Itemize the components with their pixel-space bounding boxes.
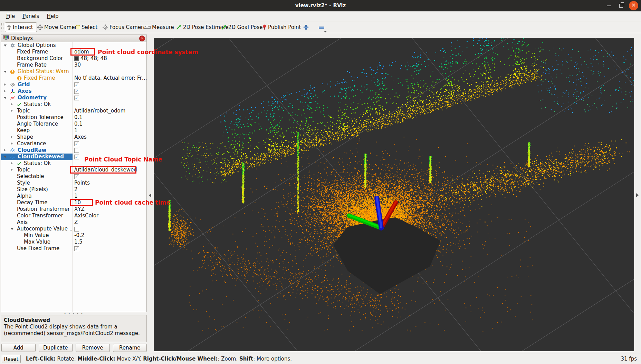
toolbar-button-2d-goal-pose[interactable]: 2D Goal Pose: [220, 22, 264, 32]
expander-icon[interactable]: [4, 45, 7, 47]
tree-row-value[interactable]: 48; 48; 48: [73, 55, 146, 62]
toolbar-button-measure[interactable]: Measure: [143, 22, 175, 32]
tree-row-value[interactable]: 2: [73, 186, 146, 193]
tree-row-value[interactable]: AxisColor: [73, 213, 146, 219]
tree-row-value[interactable]: 0.1: [73, 114, 146, 121]
tree-row-background-color[interactable]: Background Color48; 48; 48: [1, 55, 146, 62]
tree-row-value[interactable]: Z: [73, 219, 146, 226]
pointcloud-render-canvas[interactable]: [154, 38, 634, 351]
tree-row-fixed-frame[interactable]: Fixed FrameNo tf data. Actual error: Fr…: [1, 75, 146, 81]
menu-item-panels[interactable]: Panels: [21, 12, 40, 20]
checkbox-checked[interactable]: ✓: [74, 155, 79, 159]
tree-row-min-value[interactable]: Min Value-0.2: [1, 232, 146, 239]
tree-row-value[interactable]: 0.1: [73, 121, 146, 127]
minimize-button[interactable]: [604, 1, 613, 10]
toolbar-drag-handle[interactable]: [1, 23, 3, 31]
tree-row-value[interactable]: No tf data. Actual error: Fr…: [73, 75, 146, 81]
tree-row-frame-rate[interactable]: Frame Rate30: [1, 62, 146, 68]
expander-icon[interactable]: [4, 90, 6, 92]
tree-row-keep[interactable]: Keep1: [1, 127, 146, 134]
tree-row-value[interactable]: [73, 68, 146, 75]
tree-row-size-pixels-[interactable]: Size (Pixels)2: [1, 186, 146, 193]
tree-row-color-transformer[interactable]: Color TransformerAxisColor: [1, 213, 146, 219]
panel-close-button[interactable]: ✕: [139, 36, 145, 41]
tree-row-status-ok[interactable]: Status: Ok: [1, 101, 146, 108]
tree-row-topic[interactable]: Topic/utlidar/robot_odom: [1, 108, 146, 114]
checkbox-unchecked[interactable]: [74, 148, 79, 153]
tree-row-value[interactable]: [73, 226, 146, 232]
tree-row-use-fixed-frame[interactable]: Use Fixed Frame✓: [1, 245, 146, 252]
tree-row-value[interactable]: 1.5: [73, 239, 146, 245]
expander-icon[interactable]: [4, 97, 7, 99]
tree-row-global-status-warn[interactable]: Global Status: Warn: [1, 68, 146, 75]
tree-row-covariance[interactable]: Covariance✓: [1, 140, 146, 147]
expand-right-icon[interactable]: [636, 193, 639, 197]
checkbox-checked[interactable]: ✓: [74, 141, 79, 146]
maximize-button[interactable]: [616, 1, 626, 10]
toolbar-button-interact[interactable]: Interact: [5, 22, 37, 32]
tree-row-grid[interactable]: Grid✓: [1, 81, 146, 88]
toolbar-button-publish-point[interactable]: Publish Point: [261, 22, 302, 32]
tree-row-value[interactable]: 30: [73, 62, 146, 68]
rename-button[interactable]: Rename: [113, 344, 147, 352]
tree-row-odometry[interactable]: Odometry✓: [1, 95, 146, 101]
collapse-left-icon[interactable]: [149, 193, 151, 197]
tree-row-value[interactable]: ✓: [73, 140, 146, 147]
tree-row-value[interactable]: ✓: [73, 88, 146, 95]
tree-row-value[interactable]: ✓: [73, 173, 146, 180]
tree-row-max-value[interactable]: Max Value1.5: [1, 239, 146, 245]
expander-icon[interactable]: [4, 71, 7, 73]
expander-icon[interactable]: [11, 109, 13, 112]
tree-row-value[interactable]: ✓: [73, 245, 146, 252]
panel-viewport-splitter[interactable]: [147, 38, 154, 351]
tree-row-style[interactable]: StylePoints: [1, 180, 146, 186]
duplicate-button[interactable]: Duplicate: [39, 344, 73, 352]
expander-icon[interactable]: [4, 149, 6, 151]
expander-icon[interactable]: [4, 83, 6, 86]
tree-row-value[interactable]: XYZ: [73, 206, 146, 213]
tree-row-value[interactable]: -0.2: [73, 232, 146, 239]
tree-row-value[interactable]: Axes: [73, 134, 146, 140]
tree-row-cloudraw[interactable]: CloudRaw: [1, 147, 146, 154]
toolbar-button-select[interactable]: Select: [75, 22, 99, 32]
tree-row-angle-tolerance[interactable]: Angle Tolerance0.1: [1, 121, 146, 127]
tree-row-value[interactable]: ✓: [73, 81, 146, 88]
tree-row-value[interactable]: [73, 101, 146, 108]
tree-row-value[interactable]: [73, 147, 146, 154]
tree-row-axes[interactable]: Axes✓: [1, 88, 146, 95]
reset-button[interactable]: Reset: [2, 355, 21, 363]
remove-button[interactable]: Remove: [76, 344, 110, 352]
tree-row-position-tolerance[interactable]: Position Tolerance0.1: [1, 114, 146, 121]
tree-row-value[interactable]: /utlidar/robot_odom: [73, 108, 146, 114]
checkbox-unchecked[interactable]: [74, 227, 79, 232]
expander-icon[interactable]: [4, 156, 7, 158]
tree-row-axis[interactable]: AxisZ: [1, 219, 146, 226]
checkbox-checked[interactable]: ✓: [74, 246, 79, 251]
tree-row-value[interactable]: Points: [73, 180, 146, 186]
tree-row-shape[interactable]: ShapeAxes: [1, 134, 146, 140]
tree-row-autocompute-value-[interactable]: Autocompute Value ...: [1, 226, 146, 232]
tree-row-value[interactable]: 1: [73, 127, 146, 134]
add-button[interactable]: Add: [1, 344, 36, 352]
tree-row-value[interactable]: ✓: [73, 95, 146, 101]
expander-icon[interactable]: [11, 228, 13, 230]
toolbar-button-remove-tool[interactable]: [317, 22, 326, 32]
checkbox-checked[interactable]: ✓: [74, 89, 79, 94]
menu-item-help[interactable]: Help: [46, 12, 59, 20]
checkbox-checked[interactable]: ✓: [74, 174, 79, 179]
expander-icon[interactable]: [11, 142, 13, 145]
checkbox-checked[interactable]: ✓: [74, 96, 79, 100]
expander-icon[interactable]: [11, 136, 13, 138]
checkbox-checked[interactable]: ✓: [74, 82, 79, 87]
menu-item-file[interactable]: File: [5, 12, 16, 20]
expander-icon[interactable]: [11, 103, 13, 106]
tree-row-selectable[interactable]: Selectable✓: [1, 173, 146, 180]
expander-icon[interactable]: [11, 168, 13, 171]
panel-splitter-handle[interactable]: • • • • •: [1, 312, 147, 315]
tree-row-position-transformer[interactable]: Position TransformerXYZ: [1, 206, 146, 213]
3d-viewport[interactable]: [154, 38, 634, 351]
right-panel-collapsed-strip[interactable]: [634, 38, 641, 351]
toolbar-button-focus-camera[interactable]: Focus Camera: [101, 22, 147, 32]
toolbar-button-add-tool[interactable]: [302, 22, 310, 32]
close-button[interactable]: ✕: [629, 1, 638, 10]
